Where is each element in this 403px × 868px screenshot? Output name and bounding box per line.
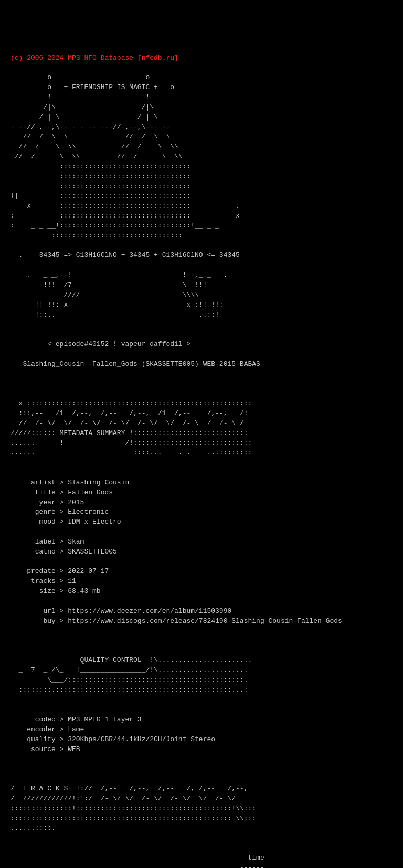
ascii-divider-1: x ::::::::::::::::::::::::::::::::::::::… xyxy=(10,399,252,457)
nfo-content: (c) 2006-2024 MP3 NFO Database [nfodb.ru… xyxy=(10,44,393,868)
tracks-divider: / T R A C K S !:// /,--_ /,--, /,--_ /, … xyxy=(10,785,256,832)
quality-divider: _______________ QUALITY CONTROL !\......… xyxy=(10,656,252,694)
copyright-line: (c) 2006-2024 MP3 NFO Database [nfodb.ru… xyxy=(10,54,178,62)
tracklist-header: time ------ xyxy=(10,854,264,868)
ascii-art-section: o o o + FRIENDSHIP IS MAGIC + o ! ! /|\ … xyxy=(10,73,240,318)
metadata-section: artist > Slashing Cousin title > Fallen … xyxy=(10,479,342,625)
quality-section: codec > MP3 MPEG 1 layer 3 encoder > Lam… xyxy=(10,715,215,753)
episode-line: < episode#40152 ! vapeur daffodil > Slas… xyxy=(10,340,260,368)
